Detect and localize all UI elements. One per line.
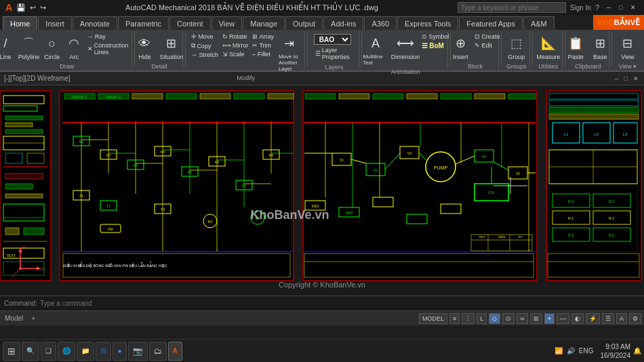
quick-access-save[interactable]: 💾 xyxy=(16,3,26,12)
rotate-button[interactable]: ↻ Rotate xyxy=(221,33,250,41)
dyn-button[interactable]: + xyxy=(544,313,555,324)
scale-button[interactable]: ⇲ Scale xyxy=(221,50,250,58)
title-search-input[interactable] xyxy=(458,2,566,13)
chrome-button[interactable]: ● xyxy=(113,342,126,361)
status-bar: Model + MODEL ≡ ⋮ L ◇ ⊙ ∞ ⊞ + — ◐ ⚡ ☰ A … xyxy=(0,310,644,325)
edge-button[interactable]: 🌐 xyxy=(58,342,75,361)
qp-button[interactable]: ⚡ xyxy=(586,313,600,324)
close-button[interactable]: ✕ xyxy=(628,3,639,12)
grid-button[interactable]: ≡ xyxy=(449,313,460,324)
minimize-button[interactable]: ─ xyxy=(603,3,614,12)
restore-viewport-button[interactable]: □ xyxy=(623,75,629,82)
model-tab[interactable]: Model xyxy=(3,315,25,322)
tab-addins[interactable]: Add-ins xyxy=(323,16,363,30)
paste-button[interactable]: 📋 Paste xyxy=(564,33,587,62)
insert-block-button[interactable]: ⊕ Insert xyxy=(449,33,472,62)
line-button[interactable]: / Line xyxy=(0,33,16,62)
move-to-layer-button[interactable]: ⇥ Move to Another Layer xyxy=(277,33,302,73)
tab-content[interactable]: Content xyxy=(169,16,211,30)
ray-button[interactable]: → Ray xyxy=(86,33,139,41)
svg-rect-4 xyxy=(5,116,43,120)
close-viewport-button[interactable]: ✕ xyxy=(632,75,640,82)
word-button[interactable]: W xyxy=(96,342,111,361)
layer-selector[interactable]: BAO 0 xyxy=(314,34,351,45)
svg-text:DATE: DATE xyxy=(498,235,506,239)
arc-button[interactable]: ◠ Arc xyxy=(64,33,85,62)
layout1-tab[interactable]: + xyxy=(29,315,37,322)
settings-button[interactable]: ⚙ xyxy=(629,313,641,324)
notification-button[interactable]: 🔔 xyxy=(633,347,641,355)
tab-a360[interactable]: A360 xyxy=(364,16,397,30)
polyline-button[interactable]: ⌒ Polyline xyxy=(17,33,40,62)
utilities-group-label: Utilities xyxy=(538,62,558,70)
transparency-button[interactable]: ◐ xyxy=(571,313,584,324)
construction-lines-button[interactable]: ✕ Construction Lines xyxy=(86,41,139,56)
dimension-button[interactable]: ⟷ Dimension xyxy=(392,33,420,62)
tab-insert[interactable]: Insert xyxy=(38,16,72,30)
snap-button[interactable]: ⋮ xyxy=(462,313,475,324)
situation-button[interactable]: ⊞ Situation xyxy=(157,33,185,62)
create-block-button[interactable]: ⊡ Create xyxy=(473,33,501,41)
tab-output[interactable]: Output xyxy=(285,16,323,30)
network-icon[interactable]: 📶 xyxy=(555,347,563,355)
osnap-button[interactable]: ⊙ xyxy=(502,313,515,324)
tab-manage[interactable]: Manage xyxy=(243,16,285,30)
view-icon: ⊟ xyxy=(618,34,637,53)
tab-home[interactable]: Home xyxy=(3,16,37,30)
trim-button[interactable]: ✂ Trim xyxy=(251,41,275,49)
search-button[interactable]: 🔍 xyxy=(22,342,39,361)
multiline-text-button[interactable]: A Multiline Text xyxy=(361,33,390,67)
file-explorer-button[interactable]: 📁 xyxy=(77,342,94,361)
polar-button[interactable]: ◇ xyxy=(489,313,500,324)
copy-button[interactable]: ⧉ Copy xyxy=(190,41,220,50)
tab-featured[interactable]: Featured Apps xyxy=(459,16,523,30)
tab-express[interactable]: Express Tools xyxy=(397,16,458,30)
hide-button[interactable]: 👁 Hide xyxy=(133,33,156,62)
sc-button[interactable]: ☰ xyxy=(602,313,614,324)
clock[interactable]: 9:03 AM 16/9/2024 xyxy=(601,342,631,360)
language-indicator[interactable]: ENG xyxy=(579,347,594,355)
tab-view[interactable]: View xyxy=(212,16,243,30)
symbol-button[interactable]: ⊙ Symbol xyxy=(420,33,450,41)
fillet-button[interactable]: ⌐ Fillet xyxy=(251,50,275,58)
circle-button[interactable]: ○ Circle xyxy=(41,33,62,62)
arc-icon: ◠ xyxy=(64,34,83,53)
tab-am[interactable]: A&M xyxy=(523,16,555,30)
model-button[interactable]: MODEL xyxy=(419,313,447,324)
tab-annotate[interactable]: Annotate xyxy=(73,16,117,30)
ray-construction-group: → Ray ✕ Construction Lines xyxy=(86,33,139,56)
task-view-button[interactable]: ❑ xyxy=(41,342,56,361)
stretch-button[interactable]: ↔ Stretch xyxy=(190,51,220,59)
ducs-button[interactable]: ⊞ xyxy=(530,313,542,324)
mirror-button[interactable]: ⟺ Mirror xyxy=(221,41,250,49)
speaker-icon[interactable]: 🔊 xyxy=(567,347,575,355)
command-input[interactable] xyxy=(40,300,640,307)
view-button[interactable]: ⊟ View xyxy=(616,33,639,62)
edit-block-button[interactable]: ✎ Edit xyxy=(473,41,501,49)
tab-parametric[interactable]: Parametric xyxy=(118,16,169,30)
start-button[interactable]: ⊞ xyxy=(3,342,20,361)
base-button[interactable]: ⊞ Base xyxy=(588,33,611,62)
help-icon[interactable]: ? xyxy=(595,3,599,12)
app1-button[interactable]: 📷 xyxy=(128,342,148,361)
restore-button[interactable]: □ xyxy=(616,3,626,12)
layer-properties-button[interactable]: ☰ Layer Properties xyxy=(314,46,355,61)
annotate-button[interactable]: A xyxy=(616,313,627,324)
app2-button[interactable]: 🗂 xyxy=(149,342,167,361)
construction-icon: ✕ xyxy=(87,45,93,52)
group-button[interactable]: ⬚ Group xyxy=(505,33,528,62)
measure-button[interactable]: 📐 Measure xyxy=(534,33,562,62)
otrack-button[interactable]: ∞ xyxy=(517,313,527,324)
svg-text:K8: K8 xyxy=(269,153,273,157)
quick-access-redo[interactable]: ↪ xyxy=(40,3,46,12)
lwt-button[interactable]: — xyxy=(557,313,569,324)
array-button[interactable]: ⊞ Array xyxy=(251,33,275,41)
sign-in-button[interactable]: Sign In xyxy=(570,4,591,12)
bom-button[interactable]: ☰ BoM xyxy=(420,41,450,50)
minimize-viewport-button[interactable]: ─ xyxy=(613,75,620,82)
drawing-area[interactable]: TEXT ĐIỀU KHIỂN ĐỘ BÓNG MỚI VAN PW KẾU L… xyxy=(0,85,644,296)
move-button[interactable]: ✛ Move xyxy=(190,33,220,41)
quick-access-undo[interactable]: ↩ xyxy=(30,3,36,12)
autocad-taskbar-button[interactable]: A xyxy=(168,342,182,361)
ortho-button[interactable]: L xyxy=(477,313,487,324)
